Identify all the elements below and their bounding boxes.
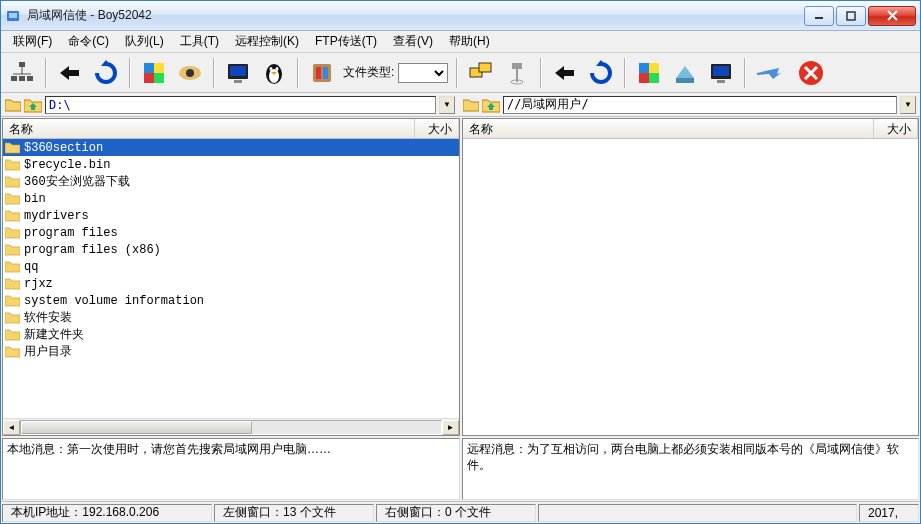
left-path-input[interactable] — [45, 96, 436, 114]
penguin-icon[interactable] — [259, 58, 289, 88]
disk-icon[interactable] — [670, 58, 700, 88]
plane-icon[interactable] — [754, 58, 784, 88]
col-name[interactable]: 名称 — [463, 119, 874, 138]
svg-marker-61 — [5, 228, 20, 238]
menu-view[interactable]: 查看(V) — [387, 31, 439, 52]
svg-rect-11 — [27, 76, 33, 81]
close-button[interactable] — [868, 6, 916, 26]
statusbar: 本机IP地址：192.168.0.206 左侧窗口：13 个文件 右侧窗口：0 … — [1, 501, 920, 523]
file-name: system volume information — [24, 294, 374, 308]
folder-icon — [5, 328, 20, 341]
svg-rect-42 — [676, 78, 694, 83]
transfer-right-icon[interactable] — [550, 58, 580, 88]
col-size[interactable]: 大小 — [415, 119, 459, 138]
menu-remote[interactable]: 远程控制(K) — [229, 31, 305, 52]
minimize-button[interactable] — [804, 6, 834, 26]
status-year: 2017, — [859, 504, 919, 522]
scan-icon[interactable] — [502, 58, 532, 88]
left-file-list[interactable]: $360section$recycle.bin360安全浏览器下载binmydr… — [3, 139, 459, 418]
file-row[interactable]: mydrivers — [3, 207, 459, 224]
folder-icon — [5, 209, 20, 222]
menu-network[interactable]: 联网(F) — [7, 31, 58, 52]
network-tree-icon[interactable] — [7, 58, 37, 88]
col-size[interactable]: 大小 — [874, 119, 918, 138]
file-row[interactable]: 360安全浏览器下载 — [3, 173, 459, 190]
up-folder-icon[interactable] — [24, 97, 42, 113]
app-icon — [5, 8, 21, 24]
toolbar: 文件类型: — [1, 53, 920, 93]
monitor-icon[interactable] — [223, 58, 253, 88]
right-column-header: 名称 大小 — [463, 119, 918, 139]
svg-marker-67 — [5, 330, 20, 340]
file-row[interactable]: system volume information — [3, 292, 459, 309]
right-addrbar: ▼ — [459, 93, 920, 116]
status-left-count: 左侧窗口：13 个文件 — [214, 504, 374, 522]
svg-marker-50 — [5, 100, 21, 111]
right-path-input[interactable] — [503, 96, 897, 114]
titlebar: 局域网信使 - Boy52042 — [1, 1, 920, 31]
folder-icon — [5, 226, 20, 239]
file-row[interactable]: bin — [3, 190, 459, 207]
svg-marker-64 — [5, 279, 20, 289]
right-file-list[interactable] — [463, 139, 918, 435]
color-right-icon[interactable] — [634, 58, 664, 88]
svg-rect-29 — [316, 67, 321, 79]
file-name: 软件安装 — [24, 309, 374, 326]
file-name: 360安全浏览器下载 — [24, 173, 374, 190]
refresh-right-icon[interactable] — [586, 58, 616, 88]
folder-icon — [5, 294, 20, 307]
folder-icon — [5, 277, 20, 290]
eye-icon[interactable] — [175, 58, 205, 88]
svg-rect-9 — [11, 76, 17, 81]
refresh-icon[interactable] — [91, 58, 121, 88]
file-name: program files (x86) — [24, 243, 374, 257]
up-folder-icon[interactable] — [482, 97, 500, 113]
file-row[interactable]: rjxz — [3, 275, 459, 292]
file-row[interactable]: $360section — [3, 139, 459, 156]
maximize-button[interactable] — [836, 6, 866, 26]
folder-icon — [5, 158, 20, 171]
left-pane: 名称 大小 $360section$recycle.bin360安全浏览器下载b… — [2, 118, 460, 436]
file-row[interactable]: qq — [3, 258, 459, 275]
file-name: bin — [24, 192, 374, 206]
menu-tools[interactable]: 工具(T) — [174, 31, 225, 52]
file-row[interactable]: $recycle.bin — [3, 156, 459, 173]
svg-point-24 — [269, 69, 279, 83]
svg-marker-57 — [5, 160, 20, 170]
tools-icon[interactable] — [307, 58, 337, 88]
right-path-dropdown[interactable]: ▼ — [900, 96, 916, 114]
file-name: 新建文件夹 — [24, 326, 374, 343]
folder-icon — [5, 141, 20, 154]
file-row[interactable]: 软件安装 — [3, 309, 459, 326]
menu-ftp[interactable]: FTP传送(T) — [309, 31, 383, 52]
file-row[interactable]: program files — [3, 224, 459, 241]
transfer-icon[interactable] — [55, 58, 85, 88]
menu-queue[interactable]: 队列(L) — [119, 31, 170, 52]
filetype-select[interactable] — [398, 63, 448, 83]
monitor-right-icon[interactable] — [706, 58, 736, 88]
svg-marker-68 — [5, 347, 20, 357]
menu-command[interactable]: 命令(C) — [62, 31, 115, 52]
file-row[interactable]: 新建文件夹 — [3, 326, 459, 343]
left-path-dropdown[interactable]: ▼ — [439, 96, 455, 114]
file-name: 用户目录 — [24, 343, 374, 360]
color-icon[interactable] — [139, 58, 169, 88]
left-hscroll[interactable]: ◄ ► — [3, 418, 459, 435]
svg-rect-32 — [479, 63, 491, 72]
scroll-right-arrow[interactable]: ► — [442, 420, 459, 435]
scroll-left-arrow[interactable]: ◄ — [3, 420, 20, 435]
col-name[interactable]: 名称 — [3, 119, 415, 138]
svg-rect-15 — [144, 63, 154, 73]
panes: 名称 大小 $360section$recycle.bin360安全浏览器下载b… — [1, 117, 920, 501]
cancel-icon[interactable] — [796, 58, 826, 88]
file-name: $360section — [24, 141, 374, 155]
svg-rect-44 — [713, 66, 729, 76]
left-message-text: 本地消息：第一次使用时，请您首先搜索局域网用户电脑…… — [7, 442, 331, 456]
file-row[interactable]: 用户目录 — [3, 343, 459, 360]
computers-icon[interactable] — [466, 58, 496, 88]
file-row[interactable]: program files (x86) — [3, 241, 459, 258]
folder-icon — [5, 243, 20, 256]
svg-marker-58 — [5, 177, 20, 187]
svg-marker-59 — [5, 194, 20, 204]
menu-help[interactable]: 帮助(H) — [443, 31, 496, 52]
